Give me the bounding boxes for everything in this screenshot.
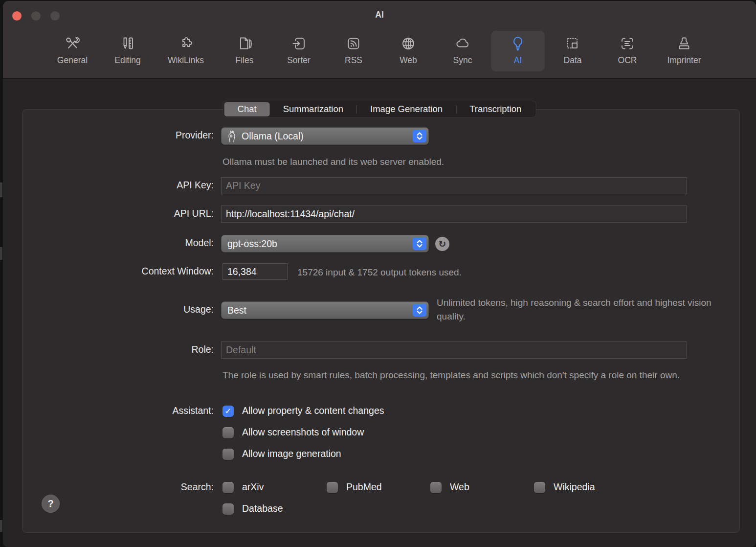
checkbox-label: PubMed	[346, 481, 382, 493]
usage-label: Usage:	[3, 304, 214, 315]
checkbox-label: arXiv	[242, 481, 264, 493]
checkbox-label: Wikipedia	[554, 481, 595, 493]
checkbox-arxiv[interactable]: ✓	[222, 482, 234, 493]
usage-value: Best	[227, 305, 246, 316]
rss-icon	[344, 34, 363, 53]
toolbar-item-label: Sorter	[287, 55, 311, 66]
background-window-edge	[0, 182, 2, 197]
api-key-label: API Key:	[3, 180, 214, 191]
toolbar-item-label: Editing	[114, 55, 141, 66]
toolbar-item-sync[interactable]: Sync	[436, 31, 489, 71]
toolbar-item-label: Data	[564, 55, 582, 66]
toolbar-item-label: WikiLinks	[168, 55, 204, 66]
preferences-window: AI General Editi	[3, 1, 756, 547]
toolbar-item-ai[interactable]: AI	[491, 31, 545, 71]
toolbar-item-label: Imprinter	[667, 55, 701, 66]
role-label: Role:	[3, 344, 214, 355]
toolbar-item-label: General	[57, 55, 88, 66]
checkbox-allow-image-generation[interactable]: ✓	[222, 449, 234, 460]
titlebar: AI General Editi	[3, 1, 756, 79]
inbox-arrow-icon	[289, 34, 308, 53]
model-select[interactable]: gpt-oss:20b	[221, 235, 429, 252]
documents-icon	[235, 34, 254, 53]
toolbar-item-web[interactable]: Web	[381, 31, 435, 71]
toolbar-item-files[interactable]: Files	[218, 31, 271, 71]
background-window-edge	[0, 520, 2, 532]
role-hint: The role is used by smart rules, batch p…	[222, 368, 709, 382]
model-value: gpt-oss:20b	[227, 238, 277, 250]
lightbulb-icon	[509, 34, 527, 53]
checkbox-label: Allow property & content changes	[242, 405, 384, 416]
toolbar-item-label: Files	[236, 55, 254, 66]
toolbar-item-general[interactable]: General	[45, 31, 99, 71]
background-window-edge	[0, 247, 2, 260]
chevron-updown-icon	[413, 304, 426, 317]
llama-icon	[227, 129, 237, 143]
checkbox-label: Allow screenshots of window	[242, 427, 364, 438]
checkbox-web[interactable]: ✓	[430, 482, 442, 493]
tab-transcription[interactable]: Transcription	[456, 102, 534, 116]
toolbar-item-rss[interactable]: RSS	[327, 31, 380, 71]
tab-image-generation[interactable]: Image Generation	[357, 102, 456, 116]
toolbar-item-sorter[interactable]: Sorter	[272, 31, 326, 71]
stamp-icon	[675, 34, 693, 53]
refresh-icon: ↻	[439, 238, 446, 250]
api-key-input[interactable]	[221, 177, 687, 194]
question-mark-icon: ?	[47, 498, 53, 509]
data-grid-icon	[563, 34, 582, 53]
checkbox-label: Database	[242, 503, 283, 514]
checkbox-label: Allow image generation	[242, 448, 341, 459]
cloud-icon	[453, 34, 472, 53]
api-url-label: API URL:	[3, 208, 214, 219]
toolbar-item-label: OCR	[618, 55, 637, 66]
puzzle-icon	[177, 34, 195, 53]
usage-hint: Unlimited tokens, high reasoning & searc…	[437, 296, 713, 323]
role-input[interactable]	[221, 342, 687, 359]
context-window-input[interactable]	[222, 263, 288, 280]
checkbox-allow-screenshots[interactable]: ✓	[222, 427, 234, 438]
checkmark-icon: ✓	[222, 406, 234, 417]
provider-value: Ollama (Local)	[242, 131, 304, 142]
refresh-models-button[interactable]: ↻	[435, 237, 449, 251]
mode-tabs: Chat Summarization Image Generation Tran…	[223, 101, 536, 117]
toolbar-item-data[interactable]: Data	[546, 31, 600, 71]
checkbox-wikipedia[interactable]: ✓	[534, 482, 545, 493]
ocr-icon	[618, 34, 637, 53]
search-label: Search:	[3, 481, 214, 493]
globe-icon	[399, 34, 418, 53]
pencil-ruler-icon	[118, 34, 137, 53]
toolbar-item-label: AI	[514, 55, 522, 66]
provider-hint: Ollama must be launched and its web serv…	[222, 155, 444, 169]
provider-label: Provider:	[3, 130, 214, 141]
context-window-label: Context Window:	[3, 266, 214, 277]
help-button[interactable]: ?	[42, 495, 60, 513]
model-label: Model:	[3, 237, 214, 249]
toolbar-item-label: Web	[400, 55, 417, 66]
toolbar-item-wikilinks[interactable]: WikiLinks	[159, 31, 213, 71]
toolbar-item-ocr[interactable]: OCR	[600, 31, 654, 71]
window-title: AI	[3, 10, 756, 20]
screenshot-root: AI General Editi	[0, 0, 756, 547]
context-window-hint: 15726 input & 1752 output tokens used.	[297, 266, 462, 279]
toolbar-item-label: RSS	[345, 55, 362, 66]
checkbox-pubmed[interactable]: ✓	[327, 482, 338, 493]
provider-select[interactable]: Ollama (Local)	[221, 127, 429, 145]
toolbar-item-editing[interactable]: Editing	[101, 31, 155, 71]
chevron-updown-icon	[413, 130, 426, 142]
checkbox-database[interactable]: ✓	[222, 503, 234, 515]
tools-icon	[63, 34, 82, 53]
tab-summarization[interactable]: Summarization	[270, 102, 356, 116]
toolbar-item-label: Sync	[453, 55, 472, 66]
checkbox-allow-property-content-changes[interactable]: ✓	[222, 406, 234, 417]
toolbar-item-imprinter[interactable]: Imprinter	[657, 31, 711, 71]
assistant-label: Assistant:	[3, 405, 214, 416]
chevron-updown-icon	[413, 237, 426, 250]
usage-select[interactable]: Best	[221, 301, 429, 319]
api-url-input[interactable]	[221, 205, 687, 223]
checkbox-label: Web	[450, 481, 469, 493]
tab-chat[interactable]: Chat	[224, 102, 270, 116]
